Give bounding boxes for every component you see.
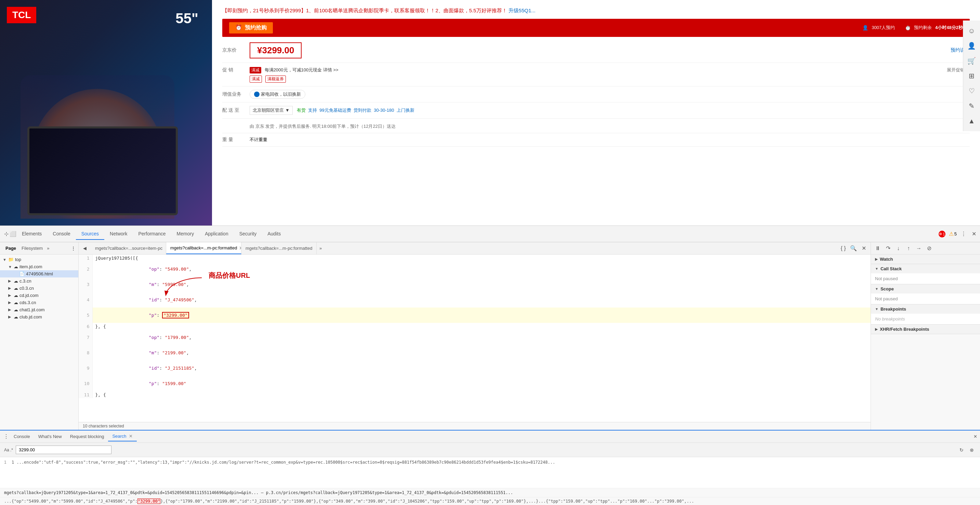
cloud-icon: ☁ (14, 307, 18, 312)
weight-value: 不计重量 (250, 137, 267, 143)
close-file-btn[interactable]: ✕ (860, 244, 868, 252)
device-toolbar-icon[interactable]: ⬜ (10, 230, 16, 237)
tab-elements[interactable]: Elements (16, 228, 47, 240)
breakpoints-header[interactable]: ▼ Breakpoints (871, 305, 980, 314)
bottom-tab-whatsnew[interactable]: What's New (34, 432, 66, 441)
promo-detail: 每满2000元，可减100元现金 详情 >> (265, 67, 339, 72)
search-input[interactable] (16, 446, 111, 454)
smiley-icon[interactable]: ☺ (966, 25, 978, 37)
sidebar-toggle-btn[interactable]: ◀ (80, 244, 89, 253)
bottom-tab-search[interactable]: Search ✕ (108, 432, 137, 441)
search-buttons: ↻ ⊗ (958, 446, 976, 454)
step-btn[interactable]: → (915, 244, 923, 252)
shipping-location-select[interactable]: 北京朝阳区管庄 ▼ (250, 106, 293, 115)
tab-memory[interactable]: Memory (171, 228, 200, 240)
more-tabs-btn[interactable]: » (317, 246, 325, 251)
sidebar-tab-page[interactable]: Page (3, 244, 19, 252)
tree-item-c3[interactable]: ▶ ☁ c.3.cn (0, 278, 78, 284)
format-btn[interactable]: { } (839, 244, 847, 252)
tree-item-chat1[interactable]: ▶ ☁ chat1.jd.com (0, 306, 78, 313)
code-tab-1[interactable]: mgets?callback=...source=item-pc (91, 242, 166, 254)
file-icon: 📄 (19, 271, 25, 276)
cloud-icon: ☁ (14, 286, 18, 291)
code-line-10: 10 "p": "1599.00" (79, 376, 870, 391)
tree-item-c03[interactable]: ▶ ☁ c0.3.cn (0, 284, 78, 292)
search-result-1[interactable]: 1 1 ...encode":"utf-8","success":true,"e… (4, 460, 976, 465)
tab-network[interactable]: Network (104, 228, 133, 240)
cart-icon[interactable]: 🛒 (966, 55, 978, 67)
sidebar-tab-filesystem[interactable]: Filesystem (19, 244, 46, 252)
bottom-tab-request-blocking[interactable]: Request blocking (66, 432, 108, 441)
favorite-icon[interactable]: ♡ (966, 85, 978, 97)
step-into-btn[interactable]: ↓ (894, 244, 902, 252)
xhr-breakpoints-section: ▶ XHR/Fetch Breakpoints (871, 325, 980, 334)
tab-performance[interactable]: Performance (133, 228, 171, 240)
code-tab-2[interactable]: mgets?callback=...m-pc:formatted ✕ (166, 242, 242, 254)
cloud-icon: ☁ (14, 300, 18, 305)
shipping-row: 配 送 至 北京朝阳区管庄 ▼ 有货 支持 99元免基础运费 货到付款 30-3… (222, 106, 970, 119)
tab-console[interactable]: Console (47, 228, 76, 240)
step-over-btn[interactable]: ↷ (884, 244, 892, 252)
deactivate-breakpoints-btn[interactable]: ⊘ (925, 244, 933, 252)
file-tree: ▼ 📁 top ▼ ☁ item.jd.com 📄 4749506.html ▶… (0, 254, 78, 430)
tab-application[interactable]: Application (199, 228, 234, 240)
service-label: 增值业务 (222, 91, 250, 97)
product-info: 【即刻预约，21号秒杀到手价2999】1、前100名晒单送腾讯企鹅影院季卡，联系… (212, 0, 980, 226)
service-icon (254, 92, 259, 97)
step-out-btn[interactable]: ↑ (904, 244, 913, 252)
tree-arrow: ▶ (8, 286, 13, 291)
tab-audits[interactable]: Audits (262, 228, 286, 240)
service-tag[interactable]: 家电回收，以旧换新 (250, 90, 305, 99)
compare-icon[interactable]: ⊞ (966, 70, 978, 82)
tree-item-cds3[interactable]: ▶ ☁ cds.3.cn (0, 299, 78, 306)
weight-row: 重 量 不计重量 (222, 137, 970, 146)
refresh-search-btn[interactable]: ↻ (958, 446, 966, 454)
search-in-file-btn[interactable]: 🔍 (850, 244, 858, 252)
top-icon[interactable]: ▲ (966, 115, 978, 127)
bottom-more-icon[interactable]: ⋮ (3, 433, 10, 440)
person-icon[interactable]: 👤 (966, 40, 978, 52)
bottom-tab-console[interactable]: Console (10, 432, 34, 441)
xhr-breakpoints-header[interactable]: ▶ XHR/Fetch Breakpoints (871, 325, 980, 334)
search-tab-close[interactable]: ✕ (129, 434, 133, 439)
cloud-icon: ☁ (14, 314, 18, 319)
more-options-icon[interactable]: ⋮ (960, 230, 967, 237)
call-stack-section: ▼ Call Stack Not paused (871, 264, 980, 284)
code-line-5: 5 "p": "3299.00" (79, 308, 870, 323)
code-tab-3[interactable]: mgets?callback=...m-pc:formatted (242, 242, 317, 254)
tree-item-jd[interactable]: ▼ ☁ item.jd.com (0, 263, 78, 270)
search-results: 1 1 ...encode":"utf-8","success":true,"e… (0, 457, 980, 488)
code-line-7: 7 "op": "1799.00", (79, 330, 870, 345)
right-debug-panel: ⏸ ↷ ↓ ↑ → ⊘ ▶ Watch ▼ Call Stack No (870, 242, 980, 430)
scope-header[interactable]: ▼ Scope (871, 284, 980, 294)
code-content[interactable]: 商品价格URL 1 jQuery19712 (79, 254, 870, 430)
clear-search-btn[interactable]: ⊗ (968, 446, 976, 454)
bottom-close-btn[interactable]: ✕ (974, 434, 977, 439)
tree-item-html[interactable]: 📄 4749506.html (0, 270, 78, 278)
tree-arrow: ▶ (8, 293, 13, 298)
sidebar-more-icon[interactable]: » (47, 246, 49, 251)
tree-item-top[interactable]: ▼ 📁 top (0, 256, 78, 263)
tab-sources[interactable]: Sources (76, 228, 104, 240)
buy-button[interactable]: ⏰ 预约抢购 (229, 22, 273, 33)
scope-arrow: ▼ (875, 287, 878, 291)
close-devtools-icon[interactable]: ✕ (970, 230, 977, 237)
select-element-icon[interactable]: ⊹ (3, 230, 10, 237)
tree-item-cdjd[interactable]: ▶ ☁ cd.jd.com (0, 292, 78, 299)
promo-link[interactable]: 升级55Q1... (509, 8, 536, 13)
bottom-tabs: ⋮ Console What's New Request blocking Se… (0, 430, 980, 443)
tree-arrow: ▶ (8, 315, 13, 319)
call-stack-header[interactable]: ▼ Call Stack (871, 264, 980, 273)
search-options: Aa .* (4, 448, 13, 453)
watch-header[interactable]: ▶ Watch (871, 254, 980, 264)
feedback-icon[interactable]: ✎ (966, 100, 978, 112)
sidebar-menu-icon[interactable]: ⋮ (71, 246, 76, 251)
call-stack-arrow: ▼ (875, 267, 878, 271)
result-url2-line: ...{"op":"5499.00","m":"5999.00","id":"J… (0, 497, 980, 505)
promo-row-label: 促 销 (222, 67, 250, 73)
promo-banner: 【即刻预约，21号秒杀到手价2999】1、前100名晒单送腾讯企鹅影院季卡，联系… (222, 7, 970, 15)
cloud-icon: ☁ (14, 293, 18, 298)
tab-security[interactable]: Security (234, 228, 262, 240)
tree-item-clubjd[interactable]: ▶ ☁ club.jd.com (0, 313, 78, 321)
pause-btn[interactable]: ⏸ (873, 244, 882, 252)
